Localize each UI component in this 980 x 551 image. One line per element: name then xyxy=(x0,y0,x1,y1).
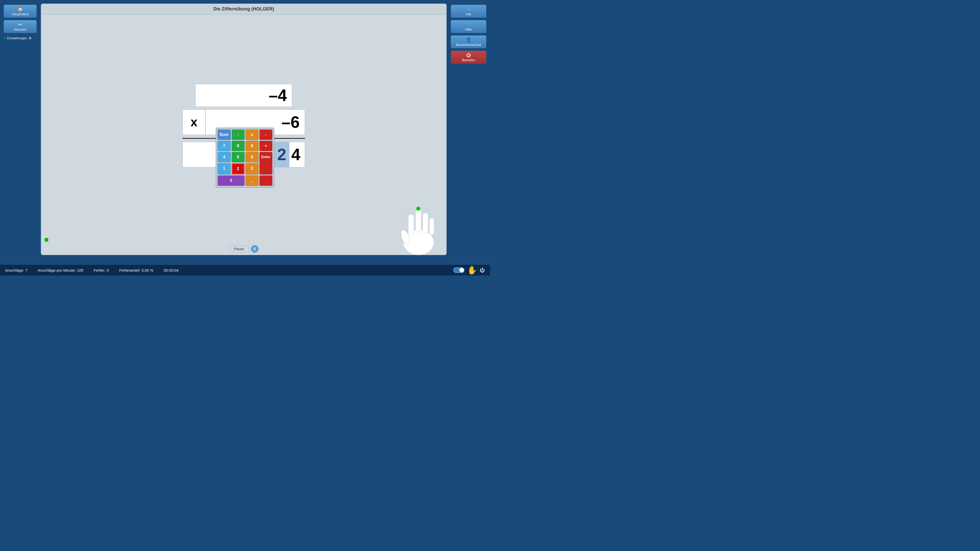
key-colon[interactable]: : xyxy=(232,130,245,140)
result-digit-2: 4 xyxy=(291,145,301,164)
anschlaege-pro-min-item: Anschläge pro Minute: 105 xyxy=(38,268,83,272)
info-button[interactable]: ℹ Info xyxy=(451,5,487,18)
time-value: 00:00:04 xyxy=(164,268,178,272)
beenden-label: Beenden xyxy=(462,58,475,62)
operator-box: x xyxy=(183,110,205,135)
key-num[interactable]: Num xyxy=(218,130,231,140)
left-sidebar: 🏠 Hauptmenü ↩ Neustart ● Einstellungen ⚙ xyxy=(3,5,37,41)
key-minus[interactable]: - xyxy=(259,130,272,140)
anschlaege-pro-min-value: 105 xyxy=(77,268,83,272)
fehleranteil-item: Fehleranteil: 0,00 % xyxy=(119,268,153,272)
key-2[interactable]: 2 xyxy=(232,163,245,175)
question-icon: ? xyxy=(467,22,470,27)
status-bar: Anschläge: 7 Anschläge pro Minute: 105 F… xyxy=(0,265,490,275)
gear-icon: ⚙ xyxy=(29,36,32,40)
hilfe-label: Hilfe xyxy=(465,27,472,32)
key-8[interactable]: 8 xyxy=(232,141,245,151)
hand-status-icon: ✋ xyxy=(467,265,477,275)
status-right: ✋ ⏻ xyxy=(453,265,485,275)
toggle-knob xyxy=(460,268,464,272)
anschlaege-value: 7 xyxy=(25,268,27,272)
anschlaege-label: Anschläge: xyxy=(5,268,24,272)
second-number: –6 xyxy=(282,113,300,132)
hauptmenu-label: Hauptmenü xyxy=(11,12,29,16)
key-5[interactable]: 5 xyxy=(232,152,245,162)
svg-rect-5 xyxy=(423,213,428,233)
pause-button[interactable]: Pause xyxy=(229,245,249,252)
pause-area: Pause ⏸ xyxy=(41,243,446,255)
einstellungen-row[interactable]: ● Einstellungen ⚙ xyxy=(3,35,37,41)
pause-icon-button[interactable]: ⏸ xyxy=(251,245,259,253)
beenden-button[interactable]: ⏻ Beenden xyxy=(451,51,487,64)
key-empty-red[interactable] xyxy=(259,176,272,186)
fehleranteil-value: 0,00 % xyxy=(142,268,153,272)
hauptmenu-button[interactable]: 🏠 Hauptmenü xyxy=(3,5,37,18)
fehler-label: Fehler: xyxy=(94,268,106,272)
key-multiply[interactable]: x xyxy=(245,130,259,140)
pause-icon: ⏸ xyxy=(253,247,257,251)
key-7[interactable]: 7 xyxy=(218,141,231,151)
neustart-label: Neustart xyxy=(14,27,26,32)
key-4[interactable]: 4 xyxy=(218,152,231,162)
svg-rect-6 xyxy=(430,218,434,235)
anschlaege-item: Anschläge: 7 xyxy=(5,268,27,272)
svg-point-4 xyxy=(416,206,420,211)
svg-rect-3 xyxy=(415,209,421,232)
progress-indicator xyxy=(45,238,48,241)
hand-area xyxy=(393,199,444,250)
numpad: Num : x - 7 8 9 + 4 5 6 Enter 1 2 3 0 , xyxy=(216,127,274,188)
home-icon: 🏠 xyxy=(18,7,23,11)
key-6[interactable]: 6 xyxy=(245,152,259,162)
user-icon: 👤 xyxy=(466,38,471,42)
key-0[interactable]: 0 xyxy=(218,176,245,186)
key-plus[interactable]: + xyxy=(259,141,272,151)
main-title: Die Ziffernübung (HOLGER) xyxy=(41,4,446,14)
toggle-switch[interactable] xyxy=(453,267,465,273)
operator: x xyxy=(191,115,197,129)
result-digit-1: 2 xyxy=(277,145,286,164)
result-digit-normal: 4 xyxy=(290,142,305,167)
exercise-area: –4 x –6 2 4 xyxy=(41,14,446,237)
info-icon: ℹ xyxy=(468,7,469,11)
hilfe-button[interactable]: ? Hilfe xyxy=(451,20,487,33)
top-number: –4 xyxy=(269,86,287,105)
benutzerwechsel-button[interactable]: 👤 Benutzerwechsel xyxy=(451,35,487,48)
anschlaege-pro-min-label: Anschläge pro Minute: xyxy=(38,268,76,272)
key-comma[interactable]: , xyxy=(245,176,259,186)
time-item: 00:00:04 xyxy=(164,268,178,272)
fehleranteil-label: Fehleranteil: xyxy=(119,268,140,272)
power-status-icon: ⏻ xyxy=(480,267,485,273)
power-icon: ⏻ xyxy=(466,53,471,57)
top-number-box: –4 xyxy=(195,84,292,107)
result-digit-highlighted: 2 xyxy=(274,142,290,167)
key-enter[interactable]: Enter xyxy=(259,152,272,175)
progress-area xyxy=(41,237,446,243)
right-sidebar: ℹ Info ? Hilfe 👤 Benutzerwechsel ⏻ Beend… xyxy=(451,5,487,64)
fehler-value: 0 xyxy=(107,268,109,272)
benutzerwechsel-label: Benutzerwechsel xyxy=(456,43,481,47)
key-1[interactable]: 1 xyxy=(218,163,231,175)
key-9[interactable]: 9 xyxy=(245,141,259,151)
einstellungen-dot: ● xyxy=(3,36,6,40)
restart-icon: ↩ xyxy=(18,22,22,27)
neustart-button[interactable]: ↩ Neustart xyxy=(3,20,37,33)
svg-rect-2 xyxy=(408,214,414,235)
einstellungen-label: Einstellungen xyxy=(7,36,27,40)
key-3[interactable]: 3 xyxy=(245,163,259,175)
info-label: Info xyxy=(466,12,471,16)
fehler-item: Fehler: 0 xyxy=(94,268,109,272)
